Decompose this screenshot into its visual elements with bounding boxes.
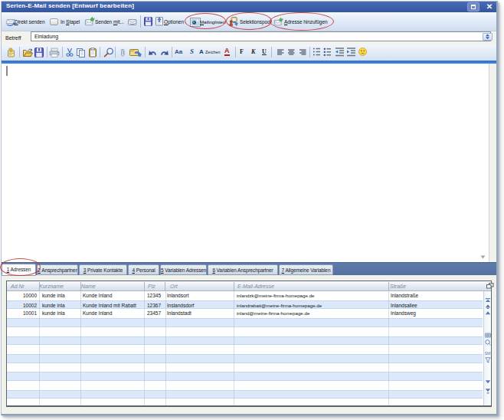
- svg-text:SMS: SMS: [485, 351, 492, 356]
